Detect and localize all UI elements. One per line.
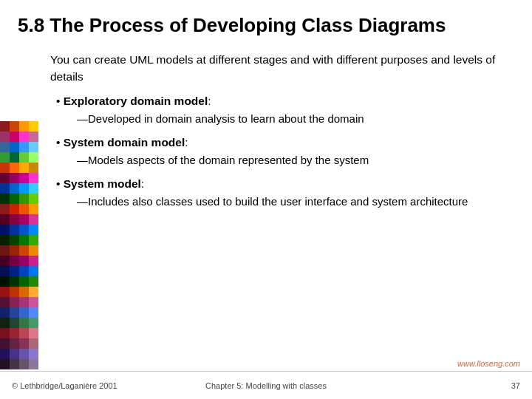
mosaic-cell [10, 235, 19, 245]
mosaic-cell [0, 152, 10, 163]
mosaic-cell [19, 194, 29, 204]
mosaic-row [0, 173, 38, 183]
mosaic-row [0, 307, 38, 318]
mosaic-cell [29, 132, 38, 142]
mosaic-cell [19, 183, 29, 194]
mosaic-cell [0, 287, 10, 297]
footer: © Lethbridge/Laganière 2001 Chapter 5: M… [0, 371, 532, 399]
bullet-item-1: • Exploratory domain model: —Developed i… [56, 92, 508, 128]
mosaic-row [0, 338, 38, 349]
mosaic-cell [0, 225, 10, 235]
mosaic-cell [29, 204, 38, 214]
bullet-item-2: • System domain model: —Models aspects o… [56, 134, 508, 169]
mosaic-cell [19, 328, 29, 338]
mosaic-cell [0, 338, 10, 349]
bullet-bold-1: Exploratory domain model [64, 95, 208, 107]
mosaic-row [0, 276, 38, 287]
mosaic-row [0, 328, 38, 338]
mosaic-cell [10, 152, 19, 163]
mosaic-cell [0, 256, 10, 266]
mosaic-cell [29, 266, 38, 276]
mosaic-cell [19, 152, 29, 163]
mosaic-row [0, 152, 38, 163]
mosaic-row [0, 245, 38, 256]
content-area: You can create UML models at different s… [0, 45, 532, 400]
mosaic-cell [0, 235, 10, 245]
mosaic-cell [0, 173, 10, 183]
mosaic-cell [29, 328, 38, 338]
mosaic-row [0, 287, 38, 297]
mosaic-row [0, 204, 38, 214]
mosaic-cell [19, 276, 29, 287]
mosaic-cell [0, 318, 10, 328]
mosaic-cell [29, 349, 38, 359]
mosaic-cell [19, 338, 29, 349]
mosaic-row [0, 142, 38, 152]
mosaic-row [0, 121, 38, 132]
mosaic-cell [29, 214, 38, 225]
mosaic-row [0, 266, 38, 276]
mosaic-cell [0, 121, 10, 132]
mosaic-row [0, 318, 38, 328]
mosaic-cell [29, 235, 38, 245]
mosaic-cell [10, 132, 19, 142]
mosaic-cell [29, 142, 38, 152]
mosaic-cell [19, 132, 29, 142]
mosaic-cell [10, 225, 19, 235]
mosaic-cell [19, 163, 29, 173]
bullet-label-3: • System model: [56, 175, 508, 192]
mosaic-cell [10, 214, 19, 225]
mosaic-cell [10, 266, 19, 276]
slide-title: 5.8 The Process of Developing Class Diag… [18, 13, 514, 38]
mosaic-row [0, 359, 38, 369]
mosaic-cell [29, 194, 38, 204]
left-decoration [0, 45, 38, 370]
mosaic-cell [0, 359, 10, 369]
mosaic-cell [29, 121, 38, 132]
mosaic-cell [10, 204, 19, 214]
mosaic-cell [29, 152, 38, 163]
mosaic-cell [10, 173, 19, 183]
bullet-item-3: • System model: —Includes also classes u… [56, 175, 508, 211]
footer-chapter: Chapter 5: Modelling with classes [139, 381, 393, 390]
mosaic-cell [10, 359, 19, 369]
mosaic-cell [10, 194, 19, 204]
sub-item-1: —Developed in domain analysis to learn a… [77, 111, 508, 128]
mosaic-cell [19, 318, 29, 328]
footer-page: 37 [393, 381, 532, 390]
mosaic-cell [10, 276, 19, 287]
mosaic-cell [19, 121, 29, 132]
mosaic-cell [10, 163, 19, 173]
bullet-bold-2: System domain model [64, 136, 185, 149]
mosaic-cell [0, 204, 10, 214]
mosaic-cell [0, 163, 10, 173]
mosaic-cell [19, 266, 29, 276]
footer-copyright: © Lethbridge/Laganière 2001 [0, 381, 139, 390]
mosaic-cell [0, 328, 10, 338]
watermark: www.lloseng.com [457, 359, 520, 368]
bullet-bold-3: System model [64, 177, 141, 190]
mosaic-cell [19, 297, 29, 307]
mosaic-cell [19, 173, 29, 183]
mosaic-cell [19, 235, 29, 245]
mosaic-decoration [0, 121, 38, 369]
mosaic-cell [29, 338, 38, 349]
mosaic-row [0, 163, 38, 173]
mosaic-cell [19, 359, 29, 369]
mosaic-row [0, 214, 38, 225]
mosaic-cell [0, 142, 10, 152]
mosaic-cell [10, 349, 19, 359]
intro-paragraph: You can create UML models at different s… [50, 51, 508, 86]
mosaic-cell [29, 245, 38, 256]
mosaic-cell [19, 142, 29, 152]
mosaic-cell [0, 132, 10, 142]
mosaic-row [0, 235, 38, 245]
mosaic-cell [19, 225, 29, 235]
mosaic-row [0, 183, 38, 194]
mosaic-row [0, 297, 38, 307]
mosaic-row [0, 194, 38, 204]
mosaic-cell [0, 194, 10, 204]
mosaic-cell [29, 225, 38, 235]
mosaic-cell [19, 256, 29, 266]
mosaic-cell [0, 245, 10, 256]
